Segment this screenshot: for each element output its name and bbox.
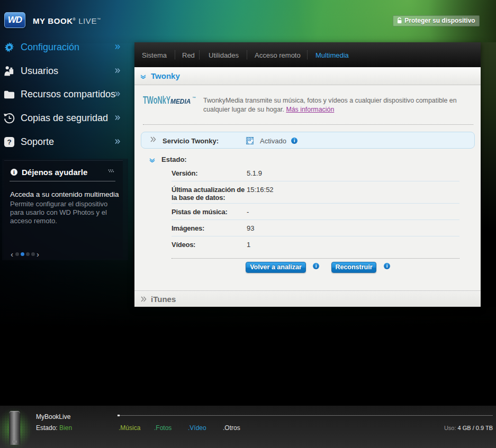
- svg-text:?: ?: [7, 138, 11, 146]
